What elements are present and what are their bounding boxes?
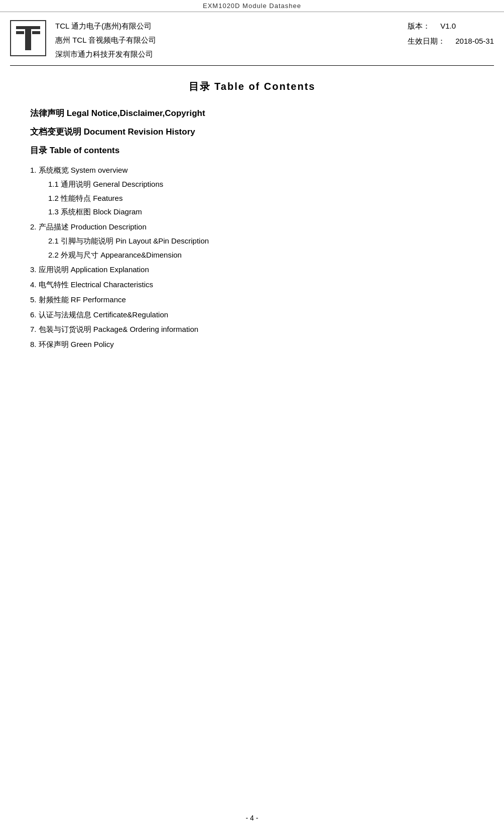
toc-item-4: 1.3 系统框图 Block Diagram <box>30 205 474 219</box>
toc-title: 目录 Table of Contents <box>30 80 474 93</box>
toc-item-12: 7. 包装与订货说明 Package& Ordering information <box>30 322 474 336</box>
revision-history-heading: 文档变更说明 Document Revision History <box>30 126 474 138</box>
toc-item-2: 1.1 通用说明 General Descriptions <box>30 177 474 191</box>
company-name-1: TCL 通力电子(惠州)有限公司 <box>55 20 156 32</box>
date-value: 2018-05-31 <box>455 35 494 47</box>
date-label: 生效日期： <box>408 35 445 47</box>
company-logo <box>10 20 46 56</box>
toc-item-8: 3. 应用说明 Application Explanation <box>30 263 474 277</box>
toc-item-3: 1.2 性能特点 Features <box>30 191 474 205</box>
toc-item-7: 2.2 外观与尺寸 Appearance&Dimension <box>30 248 474 262</box>
main-content: 目录 Table of Contents 法律声明 Legal Notice,D… <box>0 66 504 380</box>
toc-item-10: 5. 射频性能 RF Performance <box>30 293 474 307</box>
toc-item-13: 8. 环保声明 Green Policy <box>30 337 474 351</box>
svg-rect-1 <box>25 26 31 50</box>
version-row: 版本： V1.0 <box>408 20 494 32</box>
toc-item-9: 4. 电气特性 Electrical Characteristics <box>30 278 474 292</box>
toc-item-5: 2. 产品描述 Production Description <box>30 220 474 234</box>
version-value: V1.0 <box>440 20 456 32</box>
company-names: TCL 通力电子(惠州)有限公司 惠州 TCL 音视频电子有限公司 深圳市通力科… <box>55 20 156 60</box>
page-footer: - 4 - <box>0 814 504 822</box>
company-name-2: 惠州 TCL 音视频电子有限公司 <box>55 34 156 46</box>
svg-rect-3 <box>32 31 40 34</box>
version-info: 版本： V1.0 生效日期： 2018-05-31 <box>408 20 494 47</box>
toc-item-1: 1. 系统概览 System overview <box>30 163 474 177</box>
version-label: 版本： <box>408 20 430 32</box>
legal-notice-heading: 法律声明 Legal Notice,Disclaimer,Copyright <box>30 107 474 119</box>
page-title-bar: EXM1020D Module Datashee <box>0 0 504 12</box>
table-of-contents-heading: 目录 Table of contents <box>30 145 474 156</box>
toc-item-11: 6. 认证与法规信息 Certificate&Regulation <box>30 308 474 322</box>
toc-item-6: 2.1 引脚与功能说明 Pin Layout &Pin Description <box>30 234 474 248</box>
company-name-3: 深圳市通力科技开发有限公司 <box>55 48 156 60</box>
header: TCL 通力电子(惠州)有限公司 惠州 TCL 音视频电子有限公司 深圳市通力科… <box>0 12 504 65</box>
date-row: 生效日期： 2018-05-31 <box>408 35 494 47</box>
svg-rect-2 <box>16 31 24 34</box>
toc-list: 1. 系统概览 System overview1.1 通用说明 General … <box>30 163 474 351</box>
